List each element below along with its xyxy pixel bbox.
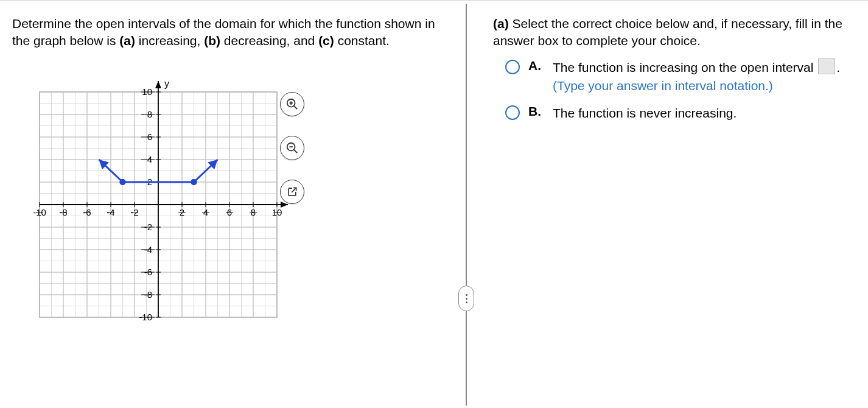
svg-text:8: 8 <box>251 207 256 217</box>
answer-prompt: (a) Select the correct choice below and,… <box>493 15 858 50</box>
svg-text:10: 10 <box>142 86 152 97</box>
zoom-out-button[interactable] <box>280 136 304 160</box>
svg-marker-66 <box>155 81 161 88</box>
svg-text:-6: -6 <box>83 207 91 217</box>
popout-button[interactable] <box>280 180 304 204</box>
svg-text:-6: -6 <box>144 267 152 277</box>
graph-toolbar <box>280 92 304 204</box>
part-b-tag: (b) <box>204 33 220 47</box>
choice-a-text-2: . <box>836 60 840 74</box>
choice-b-label: B. <box>528 104 544 119</box>
choice-a-hint: (Type your answer in interval notation.) <box>553 79 773 93</box>
zoom-in-icon <box>285 97 299 111</box>
svg-text:6: 6 <box>227 207 232 217</box>
function-graph: xy-10-8-6-4-2246810-10-8-6-4-2246810 <box>18 71 298 339</box>
answer-part-tag: (a) <box>493 16 509 30</box>
part-a-tag: (a) <box>119 33 135 47</box>
zoom-out-icon <box>285 141 299 155</box>
svg-text:-10: -10 <box>33 207 46 217</box>
svg-text:-2: -2 <box>130 207 138 217</box>
pane-divider <box>466 4 467 406</box>
choice-a-label: A. <box>528 58 544 73</box>
part-c-word: constant. <box>334 33 390 47</box>
choice-b-radio[interactable] <box>505 105 520 120</box>
svg-text:2: 2 <box>180 207 184 217</box>
svg-text:-4: -4 <box>107 207 114 217</box>
svg-text:4: 4 <box>147 154 152 164</box>
question-prompt: Determine the open intervals of the doma… <box>12 15 450 50</box>
svg-point-146 <box>191 179 197 185</box>
pane-resize-handle[interactable] <box>458 286 474 311</box>
svg-text:-8: -8 <box>59 207 67 217</box>
answer-part-rest: Select the correct choice below and, if … <box>493 16 842 47</box>
popout-icon <box>286 186 298 198</box>
svg-point-143 <box>120 179 126 185</box>
svg-text:6: 6 <box>147 132 152 142</box>
question-pane: Determine the open intervals of the doma… <box>0 1 463 408</box>
svg-text:-4: -4 <box>144 244 152 255</box>
choice-a-radio[interactable] <box>505 60 520 74</box>
svg-text:-10: -10 <box>139 312 152 322</box>
choice-a-text-1: The function is increasing on the open i… <box>553 60 817 74</box>
svg-text:y: y <box>164 79 169 89</box>
choice-a-row: A. The function is increasing on the ope… <box>505 58 858 96</box>
choice-a-answer-box[interactable] <box>818 58 835 74</box>
zoom-in-button[interactable] <box>280 92 304 116</box>
svg-text:8: 8 <box>147 109 152 119</box>
choice-a-text: The function is increasing on the open i… <box>553 58 858 96</box>
svg-text:4: 4 <box>203 207 208 217</box>
svg-text:-8: -8 <box>144 289 152 300</box>
svg-text:-2: -2 <box>144 222 152 232</box>
svg-line-155 <box>292 188 296 192</box>
graph-container: xy-10-8-6-4-2246810-10-8-6-4-2246810 <box>18 71 298 339</box>
svg-line-153 <box>294 150 298 153</box>
svg-line-149 <box>294 106 298 110</box>
part-b-word: decreasing, and <box>220 33 318 47</box>
answer-pane: (a) Select the correct choice below and,… <box>487 1 864 408</box>
choice-b-row: B. The function is never increasing. <box>505 104 858 122</box>
part-a-word: increasing, <box>135 33 204 47</box>
choice-b-text: The function is never increasing. <box>553 104 858 122</box>
part-c-tag: (c) <box>318 33 334 47</box>
svg-text:10: 10 <box>272 207 282 217</box>
